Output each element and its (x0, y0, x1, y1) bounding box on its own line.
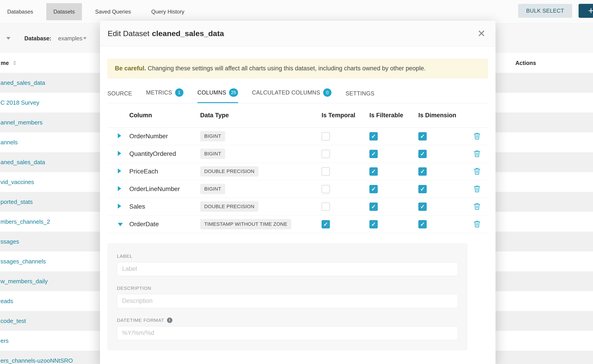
dataset-link[interactable]: annel_members (0, 119, 42, 126)
dataset-link[interactable]: aned_sales_data (0, 159, 45, 166)
column-row: OrderLineNumber BIGINT ✓ ✓ (107, 180, 488, 198)
column-name: OrderLineNumber (129, 185, 200, 193)
modal-header: Edit Dataset cleaned_sales_data ✕ (100, 21, 495, 46)
close-icon[interactable]: ✕ (474, 27, 489, 40)
is-dimension-checkbox[interactable]: ✓ (418, 220, 427, 228)
warning-text: Changing these settings will affect all … (146, 65, 426, 72)
navbar-actions: BULK SELECT + (518, 4, 593, 18)
data-type-badge: DOUBLE PRECISION (200, 202, 258, 212)
tab-settings[interactable]: SETTINGS (345, 90, 374, 103)
nav-tabs: DatabasesDatasetsSaved QueriesQuery Hist… (0, 0, 198, 23)
columns-table-header: ColumnData TypeIs TemporalIs FilterableI… (107, 103, 488, 128)
datetime-format-field-label: DATETIME FORMAT i (117, 318, 458, 323)
tab-label: CALCULATED COLUMNS (252, 89, 320, 96)
column-row: QuantityOrdered BIGINT ✓ ✓ (107, 145, 488, 163)
top-navbar: DatabasesDatasetsSaved QueriesQuery Hist… (0, 0, 593, 23)
dataset-link[interactable]: vid_vaccines (0, 179, 34, 186)
expand-caret-icon[interactable] (118, 151, 121, 156)
column-details-panel: LABEL DESCRIPTION DATETIME FORMAT i (107, 243, 468, 351)
dataset-link[interactable]: aned_sales_data (0, 79, 45, 86)
expand-caret-icon[interactable] (118, 169, 121, 173)
data-type-badge: BIGINT (200, 149, 225, 159)
delete-column-button[interactable] (473, 184, 481, 194)
tab-label: COLUMNS (198, 89, 226, 96)
nav-tab-databases[interactable]: Databases (0, 3, 40, 20)
tab-count-badge: 25 (229, 88, 238, 97)
modal-title: Edit Dataset (108, 29, 149, 38)
delete-column-button[interactable] (473, 131, 481, 141)
is-temporal-checkbox[interactable] (322, 185, 330, 193)
database-filter-value[interactable]: examples (58, 35, 82, 41)
column-row: PriceEach DOUBLE PRECISION ✓ ✓ (107, 163, 488, 180)
is-dimension-checkbox[interactable]: ✓ (418, 202, 427, 211)
is-temporal-checkbox[interactable] (322, 150, 330, 158)
expand-caret-icon[interactable] (118, 133, 121, 138)
data-type-badge: TIMESTAMP WITHOUT TIME ZONE (200, 219, 291, 229)
tab-columns[interactable]: COLUMNS25 (198, 88, 238, 103)
column-header-data-type: Data Type (200, 112, 322, 119)
dataset-link[interactable]: ssages (0, 238, 19, 245)
is-temporal-checkbox[interactable] (322, 132, 330, 141)
expand-caret-icon[interactable] (118, 204, 121, 209)
tab-calculated-columns[interactable]: CALCULATED COLUMNS0 (252, 88, 332, 103)
dataset-link[interactable]: annels (0, 139, 18, 146)
chevron-down-icon[interactable] (83, 37, 87, 39)
is-dimension-checkbox[interactable]: ✓ (418, 132, 427, 141)
is-filterable-checkbox[interactable]: ✓ (369, 220, 378, 228)
add-dataset-button[interactable]: + (579, 4, 593, 18)
sort-icon[interactable] (13, 61, 16, 65)
dataset-link[interactable]: ported_stats (0, 198, 33, 205)
delete-column-button[interactable] (473, 149, 481, 159)
delete-column-button[interactable] (473, 219, 481, 229)
tab-count-badge: 0 (323, 88, 331, 97)
nav-tab-saved-queries[interactable]: Saved Queries (88, 3, 138, 20)
is-filterable-checkbox[interactable]: ✓ (369, 132, 378, 141)
is-filterable-checkbox[interactable]: ✓ (369, 185, 378, 193)
dataset-link[interactable]: ers_channels-uzooNNtSRO (0, 357, 73, 364)
dataset-link[interactable]: C 2018 Survey (0, 99, 39, 106)
dataset-link[interactable]: ssages_channels (0, 258, 46, 265)
bulk-select-button[interactable]: BULK SELECT (518, 4, 572, 18)
dataset-link[interactable]: code_test (0, 318, 26, 325)
expand-caret-icon[interactable] (118, 223, 123, 226)
dataset-link[interactable]: eads (0, 298, 13, 305)
dataset-link[interactable]: mbers_channels_2 (0, 218, 50, 225)
datetime-format-input[interactable] (117, 326, 458, 340)
modal-title-dataset-name: cleaned_sales_data (152, 29, 224, 38)
is-dimension-checkbox[interactable]: ✓ (418, 167, 427, 176)
column-name: PriceEach (129, 168, 200, 175)
nav-tab-query-history[interactable]: Query History (144, 3, 191, 20)
is-dimension-checkbox[interactable]: ✓ (418, 185, 427, 193)
column-row: Sales DOUBLE PRECISION ✓ ✓ (107, 198, 488, 216)
expand-caret-icon[interactable] (118, 186, 121, 191)
delete-column-button[interactable] (473, 166, 481, 177)
tab-label: SETTINGS (345, 90, 374, 97)
is-filterable-checkbox[interactable]: ✓ (369, 202, 378, 211)
is-filterable-checkbox[interactable]: ✓ (369, 167, 378, 176)
info-icon[interactable]: i (167, 318, 172, 323)
nav-tab-datasets[interactable]: Datasets (46, 3, 82, 20)
is-temporal-checkbox[interactable] (322, 167, 330, 176)
modal-tabs: SOURCEMETRICS1COLUMNS25CALCULATED COLUMN… (107, 88, 488, 103)
dataset-link[interactable]: ers (0, 337, 9, 344)
is-temporal-checkbox[interactable] (322, 202, 330, 211)
dataset-link[interactable]: w_members_daily (0, 278, 48, 285)
tab-metrics[interactable]: METRICS1 (146, 88, 183, 103)
column-header-is-dimension: Is Dimension (418, 112, 466, 119)
chevron-down-icon[interactable] (6, 37, 10, 39)
tab-source[interactable]: SOURCE (107, 90, 132, 103)
edit-dataset-modal: Edit Dataset cleaned_sales_data ✕ Be car… (100, 21, 495, 364)
column-name: QuantityOrdered (129, 150, 200, 157)
description-input[interactable] (117, 294, 458, 308)
delete-column-button[interactable] (473, 202, 481, 212)
column-row: OrderNumber BIGINT ✓ ✓ (107, 128, 488, 145)
columns-table-rows: OrderNumber BIGINT ✓ ✓ QuantityOrdered B… (107, 128, 488, 233)
is-dimension-checkbox[interactable]: ✓ (418, 150, 427, 158)
is-temporal-checkbox[interactable]: ✓ (322, 220, 330, 228)
label-input[interactable] (117, 262, 458, 276)
is-filterable-checkbox[interactable]: ✓ (369, 150, 378, 158)
datetime-format-field-group: DATETIME FORMAT i (117, 318, 458, 340)
tab-label: SOURCE (107, 90, 132, 97)
actions-column-header: Actions (515, 60, 536, 66)
name-column-header[interactable]: me (1, 60, 9, 66)
